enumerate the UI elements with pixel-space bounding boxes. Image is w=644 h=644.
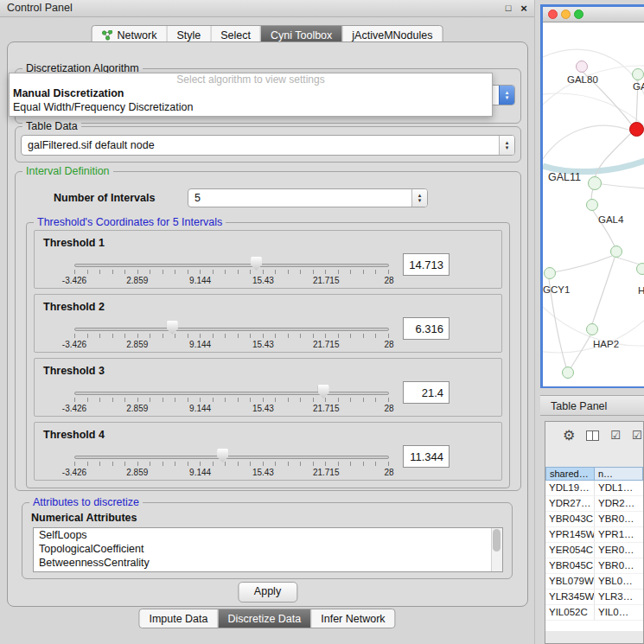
scale-label: 9.144	[189, 276, 211, 285]
slider-thumb[interactable]	[251, 257, 262, 271]
scale-label: 21.715	[313, 404, 340, 413]
scale-label: 21.715	[313, 276, 340, 285]
scale-label: 21.715	[313, 340, 340, 349]
close-button[interactable]	[548, 10, 558, 19]
scale-label: 15.43	[252, 468, 274, 477]
table-row[interactable]: YPR145WYPR1…	[545, 527, 643, 543]
show-selected-icon[interactable]: ☑	[632, 430, 642, 442]
combobox-value: 5	[188, 192, 411, 204]
table-row[interactable]: YER054CYER0…	[545, 543, 643, 558]
network-canvas[interactable]: GAL80 GA GAL11 GAL4 GCY1 HAP2 H	[543, 22, 644, 386]
interval-definition-group: Interval Definition Number of Intervals …	[15, 171, 521, 491]
table-row[interactable]: YDL19…YDL1…	[545, 481, 643, 496]
dropdown-option[interactable]: Manual Discretization	[10, 86, 492, 100]
dropdown-option[interactable]: Equal Width/Frequency Discretization	[10, 100, 492, 114]
threshold-slider[interactable]: -3.426 2.859 9.144 15.43 21.715 28	[74, 381, 389, 416]
cell: YDL1…	[595, 481, 643, 495]
cell: YBR043C	[545, 512, 595, 526]
network-node[interactable]	[632, 68, 644, 80]
network-node-selected[interactable]	[629, 122, 644, 137]
slider-track[interactable]	[74, 392, 389, 395]
table-row[interactable]: YDR27…YDR2…	[545, 496, 643, 512]
network-node[interactable]	[562, 367, 574, 379]
network-node[interactable]	[586, 199, 598, 211]
apply-button[interactable]: Apply	[238, 582, 297, 603]
scale-label: 28	[384, 468, 393, 477]
float-icon[interactable]: □	[501, 0, 515, 16]
combobox-stepper[interactable]: ▴ ▾	[411, 189, 427, 207]
combobox-value: galFiltered.sif default node	[22, 139, 499, 151]
list-item[interactable]: TopologicalCoefficient	[34, 542, 502, 556]
combobox-stepper[interactable]: ▴ ▾	[499, 136, 514, 155]
table-row[interactable]: YBL079WYBL0…	[545, 574, 643, 590]
combobox-stepper[interactable]: ▴ ▾	[499, 86, 514, 105]
tab-label: Style	[176, 29, 201, 41]
algorithm-dropdown-popup: Select algorithm to view settings Manual…	[9, 73, 493, 117]
down-arrow-icon: ▾	[506, 145, 509, 150]
slider-ticks	[74, 462, 389, 466]
node-table: shared… n… YDL19…YDL1… YDR27…YDR2… YBR04…	[545, 467, 643, 631]
threshold-value-field[interactable]: 11.344	[403, 445, 450, 468]
table-data-combobox[interactable]: galFiltered.sif default node ▴ ▾	[21, 135, 515, 156]
network-node[interactable]	[576, 61, 588, 73]
numerical-attributes-label: Numerical Attributes	[31, 512, 137, 524]
threshold-slider[interactable]: -3.426 2.859 9.144 15.43 21.715 28	[74, 317, 389, 352]
table-row[interactable]: YBR045CYBR0…	[545, 558, 643, 574]
slider-track[interactable]	[74, 456, 389, 459]
slider-scale: -3.426 2.859 9.144 15.43 21.715 28	[74, 468, 389, 478]
table-row[interactable]: YIL052CYIL0…	[545, 605, 643, 621]
threshold-value-field[interactable]: 14.713	[403, 253, 450, 276]
threshold-slider[interactable]: -3.426 2.859 9.144 15.43 21.715 28	[74, 445, 389, 480]
network-node[interactable]	[544, 267, 556, 279]
number-of-intervals-combobox[interactable]: 5 ▴ ▾	[188, 188, 428, 207]
down-arrow-icon: ▾	[506, 95, 509, 100]
network-icon	[102, 30, 113, 41]
list-scrollbar[interactable]	[491, 528, 502, 571]
cell: YBL0…	[595, 574, 643, 589]
scrollbar-thumb[interactable]	[493, 529, 501, 552]
column-header-name[interactable]: n…	[595, 467, 643, 481]
tab-label: Infer Network	[321, 613, 385, 625]
node-label: GAL4	[598, 214, 623, 225]
scale-label: -3.426	[62, 468, 86, 477]
network-node[interactable]	[610, 245, 622, 258]
scale-label: 15.43	[252, 404, 274, 413]
table-row[interactable]: YLR345WYLR3…	[545, 590, 643, 605]
slider-ticks	[74, 270, 389, 274]
close-icon[interactable]: ×	[517, 0, 531, 16]
threshold-coordinates-group: Threshold's Coordinates for 5 Intervals …	[26, 222, 510, 488]
cell: YIL0…	[595, 605, 643, 620]
list-item[interactable]: BetweennessCentrality	[34, 556, 502, 570]
cell: YPR1…	[595, 527, 643, 542]
threshold-slider[interactable]: -3.426 2.859 9.144 15.43 21.715 28	[74, 253, 389, 288]
tab-infer-network[interactable]: Infer Network	[310, 609, 394, 628]
tab-discretize-data[interactable]: Discretize Data	[218, 609, 311, 628]
scale-label: 9.144	[189, 340, 211, 349]
list-item[interactable]: SelfLoops	[34, 528, 502, 542]
minimize-button[interactable]	[561, 10, 571, 19]
slider-thumb[interactable]	[217, 449, 228, 462]
table-row[interactable]: YBR043CYBR0…	[545, 512, 643, 527]
gear-icon[interactable]: ⚙	[563, 429, 575, 443]
network-node[interactable]	[636, 263, 644, 275]
zoom-button[interactable]	[574, 10, 583, 19]
slider-thumb[interactable]	[167, 321, 178, 335]
select-all-icon[interactable]: ☑	[610, 430, 621, 442]
tab-impute-data[interactable]: Impute Data	[139, 609, 217, 628]
slider-track[interactable]	[74, 328, 389, 331]
columns-icon[interactable]	[586, 430, 599, 441]
group-title: Attributes to discretize	[29, 496, 143, 509]
threshold-value-field[interactable]: 21.4	[403, 381, 450, 404]
scale-label: 2.859	[126, 276, 148, 285]
scale-label: -3.426	[62, 276, 86, 285]
node-label: GAL11	[548, 171, 581, 183]
node-label: GA	[633, 81, 644, 92]
threshold-panel: Threshold 1 14.713 -3.426 2.859 9.144 15…	[34, 230, 502, 289]
slider-track[interactable]	[74, 264, 389, 267]
slider-thumb[interactable]	[318, 385, 329, 399]
network-node[interactable]	[588, 176, 602, 190]
network-node[interactable]	[586, 323, 598, 335]
column-header-shared-name[interactable]: shared…	[545, 467, 595, 481]
tab-label: Impute Data	[149, 613, 207, 625]
threshold-value-field[interactable]: 6.316	[403, 317, 450, 340]
